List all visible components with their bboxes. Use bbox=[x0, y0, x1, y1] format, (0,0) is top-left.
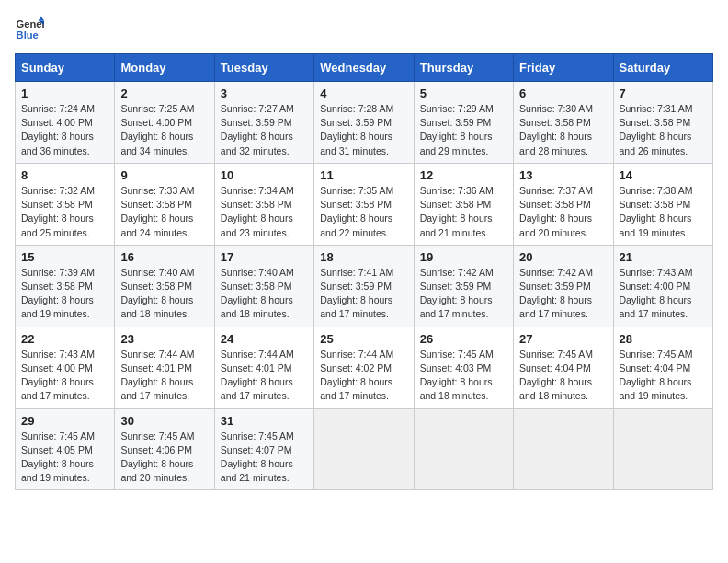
calendar-cell: 8 Sunrise: 7:32 AMSunset: 3:58 PMDayligh… bbox=[16, 163, 115, 245]
calendar-cell: 20 Sunrise: 7:42 AMSunset: 3:59 PMDaylig… bbox=[514, 245, 613, 327]
calendar-cell: 6 Sunrise: 7:30 AMSunset: 3:58 PMDayligh… bbox=[514, 82, 613, 164]
day-info: Sunrise: 7:36 AMSunset: 3:58 PMDaylight:… bbox=[420, 184, 507, 240]
day-number: 23 bbox=[120, 332, 208, 346]
day-number: 12 bbox=[420, 168, 507, 182]
day-info: Sunrise: 7:45 AMSunset: 4:06 PMDaylight:… bbox=[120, 430, 208, 486]
day-info: Sunrise: 7:42 AMSunset: 3:59 PMDaylight:… bbox=[519, 266, 607, 322]
calendar-cell: 7 Sunrise: 7:31 AMSunset: 3:58 PMDayligh… bbox=[613, 82, 712, 164]
day-info: Sunrise: 7:28 AMSunset: 3:59 PMDaylight:… bbox=[320, 102, 407, 158]
day-number: 18 bbox=[320, 250, 407, 264]
calendar-cell: 18 Sunrise: 7:41 AMSunset: 3:59 PMDaylig… bbox=[314, 245, 414, 327]
calendar-cell: 11 Sunrise: 7:35 AMSunset: 3:58 PMDaylig… bbox=[314, 163, 414, 245]
day-info: Sunrise: 7:45 AMSunset: 4:03 PMDaylight:… bbox=[420, 348, 507, 404]
calendar-cell: 19 Sunrise: 7:42 AMSunset: 3:59 PMDaylig… bbox=[414, 245, 513, 327]
day-number: 2 bbox=[120, 86, 208, 100]
day-number: 26 bbox=[420, 332, 507, 346]
calendar-week-1: 1 Sunrise: 7:24 AMSunset: 4:00 PMDayligh… bbox=[16, 82, 713, 164]
calendar-header-row: SundayMondayTuesdayWednesdayThursdayFrid… bbox=[16, 54, 713, 82]
day-number: 13 bbox=[519, 168, 607, 182]
calendar-week-3: 15 Sunrise: 7:39 AMSunset: 3:58 PMDaylig… bbox=[16, 245, 713, 327]
day-info: Sunrise: 7:40 AMSunset: 3:58 PMDaylight:… bbox=[221, 266, 308, 322]
day-info: Sunrise: 7:38 AMSunset: 3:58 PMDaylight:… bbox=[620, 184, 707, 240]
day-number: 17 bbox=[221, 250, 308, 264]
calendar-week-2: 8 Sunrise: 7:32 AMSunset: 3:58 PMDayligh… bbox=[16, 163, 713, 245]
day-info: Sunrise: 7:44 AMSunset: 4:02 PMDaylight:… bbox=[320, 348, 407, 404]
day-info: Sunrise: 7:43 AMSunset: 4:00 PMDaylight:… bbox=[620, 266, 707, 322]
day-info: Sunrise: 7:45 AMSunset: 4:04 PMDaylight:… bbox=[519, 348, 607, 404]
day-info: Sunrise: 7:43 AMSunset: 4:00 PMDaylight:… bbox=[21, 348, 108, 404]
day-number: 20 bbox=[519, 250, 607, 264]
calendar-cell bbox=[414, 408, 513, 490]
day-number: 5 bbox=[420, 86, 507, 100]
day-info: Sunrise: 7:25 AMSunset: 4:00 PMDaylight:… bbox=[120, 102, 208, 158]
day-number: 9 bbox=[120, 168, 208, 182]
day-number: 3 bbox=[221, 86, 308, 100]
calendar-cell: 12 Sunrise: 7:36 AMSunset: 3:58 PMDaylig… bbox=[414, 163, 513, 245]
day-number: 30 bbox=[120, 414, 208, 428]
day-number: 14 bbox=[620, 168, 707, 182]
calendar-week-5: 29 Sunrise: 7:45 AMSunset: 4:05 PMDaylig… bbox=[16, 408, 713, 490]
calendar-cell: 15 Sunrise: 7:39 AMSunset: 3:58 PMDaylig… bbox=[16, 245, 115, 327]
day-number: 31 bbox=[221, 414, 308, 428]
header-monday: Monday bbox=[115, 54, 214, 82]
calendar-cell: 5 Sunrise: 7:29 AMSunset: 3:59 PMDayligh… bbox=[414, 82, 513, 164]
day-info: Sunrise: 7:45 AMSunset: 4:05 PMDaylight:… bbox=[21, 430, 108, 486]
calendar-cell: 26 Sunrise: 7:45 AMSunset: 4:03 PMDaylig… bbox=[414, 327, 513, 408]
day-number: 1 bbox=[21, 86, 108, 100]
day-info: Sunrise: 7:41 AMSunset: 3:59 PMDaylight:… bbox=[320, 266, 407, 322]
svg-text:Blue: Blue bbox=[17, 29, 39, 40]
calendar-cell bbox=[613, 408, 712, 490]
header-tuesday: Tuesday bbox=[214, 54, 313, 82]
calendar-cell: 31 Sunrise: 7:45 AMSunset: 4:07 PMDaylig… bbox=[214, 408, 313, 490]
day-number: 7 bbox=[620, 86, 707, 100]
logo: General Blue bbox=[15, 15, 44, 44]
calendar-cell: 29 Sunrise: 7:45 AMSunset: 4:05 PMDaylig… bbox=[16, 408, 115, 490]
day-info: Sunrise: 7:24 AMSunset: 4:00 PMDaylight:… bbox=[21, 102, 108, 158]
calendar-cell: 13 Sunrise: 7:37 AMSunset: 3:58 PMDaylig… bbox=[514, 163, 613, 245]
calendar-cell: 9 Sunrise: 7:33 AMSunset: 3:58 PMDayligh… bbox=[115, 163, 214, 245]
header-friday: Friday bbox=[514, 54, 613, 82]
header-thursday: Thursday bbox=[414, 54, 513, 82]
calendar-cell bbox=[514, 408, 613, 490]
day-number: 15 bbox=[21, 250, 108, 264]
day-info: Sunrise: 7:27 AMSunset: 3:59 PMDaylight:… bbox=[221, 102, 308, 158]
calendar-table: SundayMondayTuesdayWednesdayThursdayFrid… bbox=[15, 53, 713, 490]
day-number: 29 bbox=[21, 414, 108, 428]
day-info: Sunrise: 7:30 AMSunset: 3:58 PMDaylight:… bbox=[519, 102, 607, 158]
day-number: 22 bbox=[21, 332, 108, 346]
calendar-cell: 2 Sunrise: 7:25 AMSunset: 4:00 PMDayligh… bbox=[115, 82, 214, 164]
day-info: Sunrise: 7:39 AMSunset: 3:58 PMDaylight:… bbox=[21, 266, 108, 322]
header-wednesday: Wednesday bbox=[314, 54, 414, 82]
calendar-cell: 23 Sunrise: 7:44 AMSunset: 4:01 PMDaylig… bbox=[115, 327, 214, 408]
calendar-cell: 10 Sunrise: 7:34 AMSunset: 3:58 PMDaylig… bbox=[214, 163, 313, 245]
day-info: Sunrise: 7:32 AMSunset: 3:58 PMDaylight:… bbox=[21, 184, 108, 240]
calendar-week-4: 22 Sunrise: 7:43 AMSunset: 4:00 PMDaylig… bbox=[16, 327, 713, 408]
calendar-cell bbox=[314, 408, 414, 490]
day-number: 8 bbox=[21, 168, 108, 182]
day-number: 4 bbox=[320, 86, 407, 100]
day-number: 21 bbox=[620, 250, 707, 264]
day-number: 11 bbox=[320, 168, 407, 182]
day-info: Sunrise: 7:34 AMSunset: 3:58 PMDaylight:… bbox=[221, 184, 308, 240]
day-info: Sunrise: 7:33 AMSunset: 3:58 PMDaylight:… bbox=[120, 184, 208, 240]
calendar-cell: 25 Sunrise: 7:44 AMSunset: 4:02 PMDaylig… bbox=[314, 327, 414, 408]
day-number: 27 bbox=[519, 332, 607, 346]
calendar-cell: 27 Sunrise: 7:45 AMSunset: 4:04 PMDaylig… bbox=[514, 327, 613, 408]
calendar-cell: 14 Sunrise: 7:38 AMSunset: 3:58 PMDaylig… bbox=[613, 163, 712, 245]
calendar-cell: 17 Sunrise: 7:40 AMSunset: 3:58 PMDaylig… bbox=[214, 245, 313, 327]
logo-icon: General Blue bbox=[15, 15, 44, 44]
day-info: Sunrise: 7:45 AMSunset: 4:04 PMDaylight:… bbox=[620, 348, 707, 404]
day-info: Sunrise: 7:45 AMSunset: 4:07 PMDaylight:… bbox=[221, 430, 308, 486]
day-number: 10 bbox=[221, 168, 308, 182]
day-number: 19 bbox=[420, 250, 507, 264]
calendar-cell: 30 Sunrise: 7:45 AMSunset: 4:06 PMDaylig… bbox=[115, 408, 214, 490]
calendar-cell: 16 Sunrise: 7:40 AMSunset: 3:58 PMDaylig… bbox=[115, 245, 214, 327]
day-info: Sunrise: 7:37 AMSunset: 3:58 PMDaylight:… bbox=[519, 184, 607, 240]
calendar-cell: 1 Sunrise: 7:24 AMSunset: 4:00 PMDayligh… bbox=[16, 82, 115, 164]
day-info: Sunrise: 7:31 AMSunset: 3:58 PMDaylight:… bbox=[620, 102, 707, 158]
calendar-cell: 3 Sunrise: 7:27 AMSunset: 3:59 PMDayligh… bbox=[214, 82, 313, 164]
day-number: 16 bbox=[120, 250, 208, 264]
calendar-cell: 28 Sunrise: 7:45 AMSunset: 4:04 PMDaylig… bbox=[613, 327, 712, 408]
calendar-cell: 4 Sunrise: 7:28 AMSunset: 3:59 PMDayligh… bbox=[314, 82, 414, 164]
day-info: Sunrise: 7:35 AMSunset: 3:58 PMDaylight:… bbox=[320, 184, 407, 240]
